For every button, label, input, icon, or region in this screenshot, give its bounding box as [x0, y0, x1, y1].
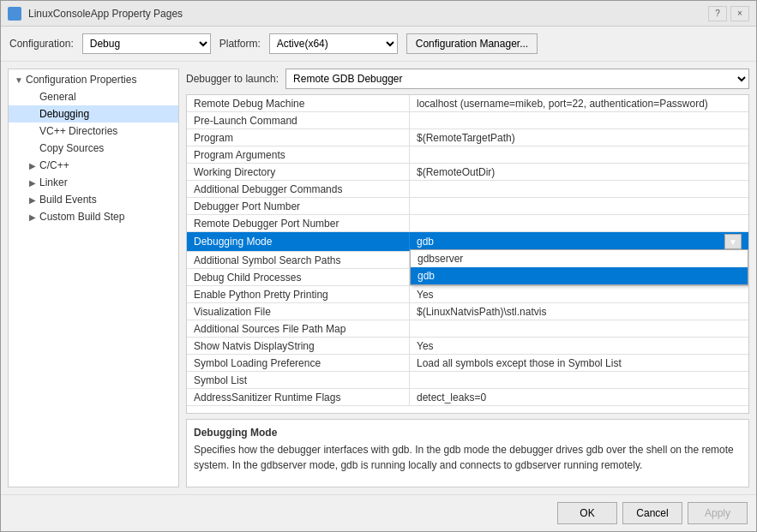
- prop-value-debugger-port-number: [410, 198, 748, 214]
- config-label: Configuration:: [9, 38, 74, 50]
- sidebar-tree: ▼Configuration PropertiesGeneralDebuggin…: [9, 69, 178, 227]
- prop-value-pre-launch-command: [410, 112, 748, 129]
- prop-row-symbol-list[interactable]: Symbol List: [187, 372, 748, 389]
- sidebar-item-build-events[interactable]: ▶Build Events: [9, 191, 178, 208]
- sidebar-item-copy-sources[interactable]: Copy Sources: [9, 140, 178, 157]
- debugger-launch-row: Debugger to launch: Remote GDB Debugger: [186, 69, 749, 89]
- prop-value-symbol-list: [410, 372, 748, 388]
- prop-row-visualization-file[interactable]: Visualization File$(LinuxNatvisPath)\stl…: [187, 303, 748, 320]
- sidebar-item-label-copy-sources: Copy Sources: [39, 142, 175, 154]
- prop-value-text: gdb: [417, 236, 724, 248]
- debugger-launch-label: Debugger to launch:: [186, 73, 279, 85]
- platform-select[interactable]: Active(x64): [269, 33, 398, 54]
- sidebar-item-cpp[interactable]: ▶C/C++: [9, 157, 178, 174]
- prop-row-remote-debug-machine[interactable]: Remote Debug Machinelocalhost (username=…: [187, 95, 748, 112]
- prop-name-program-arguments: Program Arguments: [187, 146, 410, 163]
- prop-name-remote-debug-machine: Remote Debug Machine: [187, 95, 410, 111]
- prop-row-additional-sources-file-path-map[interactable]: Additional Sources File Path Map: [187, 320, 748, 338]
- sidebar-item-label-vc-dirs: VC++ Directories: [39, 125, 175, 137]
- ok-button[interactable]: OK: [557, 502, 617, 524]
- prop-name-enable-python-pretty-printing: Enable Python Pretty Printing: [187, 286, 410, 302]
- expand-icon[interactable]: ▶: [26, 195, 39, 205]
- prop-name-program: Program: [187, 129, 410, 146]
- prop-name-additional-debugger-commands: Additional Debugger Commands: [187, 181, 410, 197]
- debugger-select[interactable]: Remote GDB Debugger: [285, 69, 749, 89]
- prop-row-enable-python-pretty-printing[interactable]: Enable Python Pretty PrintingYes: [187, 286, 748, 303]
- prop-name-working-directory: Working Directory: [187, 164, 410, 180]
- prop-name-pre-launch-command: Pre-Launch Command: [187, 112, 410, 129]
- expand-icon[interactable]: ▶: [26, 161, 39, 170]
- right-panel: Debugger to launch: Remote GDB Debugger …: [186, 69, 749, 487]
- description-panel: Debugging Mode Specifies how the debugge…: [186, 419, 749, 487]
- sidebar-item-custom-build[interactable]: ▶Custom Build Step: [9, 208, 178, 225]
- cancel-button[interactable]: Cancel: [622, 502, 682, 524]
- prop-name-symbol-list: Symbol List: [187, 372, 410, 388]
- prop-value-additional-debugger-commands: [410, 181, 748, 197]
- prop-row-working-directory[interactable]: Working Directory$(RemoteOutDir): [187, 164, 748, 181]
- debugging-mode-dropdown[interactable]: gdbservergdb: [410, 249, 748, 285]
- prop-row-additional-debugger-commands[interactable]: Additional Debugger Commands: [187, 181, 748, 198]
- prop-value-remote-debug-machine: localhost (username=mikeb, port=22, auth…: [410, 95, 748, 111]
- description-text: Specifies how the debugger interfaces wi…: [194, 442, 742, 473]
- prop-name-debugger-port-number: Debugger Port Number: [187, 198, 410, 214]
- sidebar-item-general[interactable]: General: [9, 88, 178, 105]
- prop-value-symbol-loading-preference: Load all symbols except those in Symbol …: [410, 355, 748, 371]
- sidebar-item-linker[interactable]: ▶Linker: [9, 174, 178, 191]
- prop-value-show-natvis-displaystring: Yes: [410, 338, 748, 354]
- config-manager-button[interactable]: Configuration Manager...: [406, 33, 538, 54]
- prop-value-program: $(RemoteTargetPath): [410, 129, 748, 146]
- prop-row-debugger-port-number[interactable]: Debugger Port Number: [187, 198, 748, 215]
- configuration-select[interactable]: Debug: [82, 33, 211, 54]
- prop-row-pre-launch-command[interactable]: Pre-Launch Command: [187, 112, 748, 129]
- prop-row-program[interactable]: Program$(RemoteTargetPath): [187, 129, 748, 146]
- sidebar-item-label-cpp: C/C++: [39, 159, 175, 171]
- toolbar: Configuration: Debug Platform: Active(x6…: [1, 27, 756, 62]
- close-button[interactable]: ×: [730, 6, 749, 21]
- sidebar-item-label-build-events: Build Events: [39, 194, 175, 206]
- sidebar-item-vc-dirs[interactable]: VC++ Directories: [9, 123, 178, 140]
- sidebar-item-label-config-props: Configuration Properties: [26, 74, 175, 86]
- prop-name-additional-symbol-search-paths: Additional Symbol Search Paths: [187, 252, 410, 268]
- prop-row-show-natvis-displaystring[interactable]: Show Natvis DisplayStringYes: [187, 338, 748, 355]
- sidebar-item-label-linker: Linker: [39, 176, 175, 188]
- prop-name-symbol-loading-preference: Symbol Loading Preference: [187, 355, 410, 371]
- help-button[interactable]: ?: [708, 6, 727, 21]
- prop-value-program-arguments: [410, 146, 748, 163]
- dropdown-item-gdbserver[interactable]: gdbserver: [411, 250, 748, 267]
- apply-button[interactable]: Apply: [688, 502, 748, 524]
- prop-row-remote-debugger-port-number[interactable]: Remote Debugger Port Number: [187, 215, 748, 232]
- footer: OK Cancel Apply: [1, 494, 756, 531]
- prop-name-visualization-file: Visualization File: [187, 303, 410, 320]
- expand-icon[interactable]: ▼: [12, 75, 26, 85]
- prop-name-address-sanitizer-runtime-flags: AddressSanitizer Runtime Flags: [187, 389, 410, 405]
- prop-name-additional-sources-file-path-map: Additional Sources File Path Map: [187, 320, 410, 337]
- main-content: ▼Configuration PropertiesGeneralDebuggin…: [1, 62, 756, 494]
- title-bar: LinuxConsoleApp Property Pages ? ×: [1, 1, 756, 27]
- description-title: Debugging Mode: [194, 427, 742, 439]
- properties-table: Remote Debug Machinelocalhost (username=…: [186, 94, 749, 414]
- prop-value-debugging-mode[interactable]: gdb▼: [410, 232, 748, 251]
- sidebar-item-debugging[interactable]: Debugging: [9, 105, 178, 123]
- app-icon: [8, 7, 21, 21]
- prop-row-program-arguments[interactable]: Program Arguments: [187, 146, 748, 164]
- sidebar-item-label-general: General: [39, 91, 175, 103]
- prop-name-remote-debugger-port-number: Remote Debugger Port Number: [187, 215, 410, 231]
- title-buttons: ? ×: [708, 6, 749, 21]
- dropdown-arrow-icon[interactable]: ▼: [724, 234, 742, 249]
- dropdown-item-gdb[interactable]: gdb: [411, 267, 748, 284]
- sidebar: ▼Configuration PropertiesGeneralDebuggin…: [8, 69, 179, 487]
- prop-row-symbol-loading-preference[interactable]: Symbol Loading PreferenceLoad all symbol…: [187, 355, 748, 372]
- prop-value-visualization-file: $(LinuxNatvisPath)\stl.natvis: [410, 303, 748, 320]
- expand-icon[interactable]: ▶: [26, 212, 39, 222]
- prop-row-address-sanitizer-runtime-flags[interactable]: AddressSanitizer Runtime Flagsdetect_lea…: [187, 389, 748, 406]
- platform-label: Platform:: [219, 38, 261, 50]
- expand-icon[interactable]: ▶: [26, 178, 39, 188]
- sidebar-item-label-debugging: Debugging: [39, 108, 175, 120]
- prop-value-address-sanitizer-runtime-flags: detect_leaks=0: [410, 389, 748, 405]
- prop-value-enable-python-pretty-printing: Yes: [410, 286, 748, 302]
- sidebar-item-label-custom-build: Custom Build Step: [39, 211, 175, 223]
- window-title: LinuxConsoleApp Property Pages: [28, 8, 183, 20]
- title-bar-left: LinuxConsoleApp Property Pages: [8, 7, 183, 21]
- sidebar-item-config-props[interactable]: ▼Configuration Properties: [9, 71, 178, 88]
- prop-value-remote-debugger-port-number: [410, 215, 748, 231]
